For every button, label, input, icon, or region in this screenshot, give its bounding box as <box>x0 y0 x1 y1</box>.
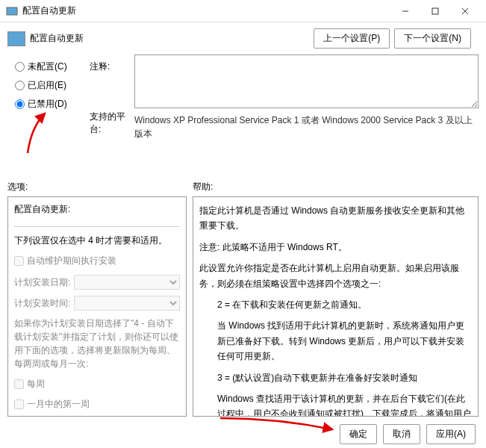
checkbox-first-week[interactable]: 一月中的第一周 <box>14 398 180 411</box>
help-panel: 指定此计算机是否通过 Windows 自动更新服务接收安全更新和其他重要下载。 … <box>193 196 479 417</box>
titlebar: 配置自动更新 <box>0 0 486 22</box>
radio-disabled-label: 已禁用(D) <box>28 98 67 111</box>
help-p6: 3 = (默认设置)自动下载更新并在准备好安装时通知 <box>199 370 472 385</box>
ok-button[interactable]: 确定 <box>340 424 377 444</box>
window-title: 配置自动更新 <box>22 4 390 17</box>
comment-textarea[interactable] <box>134 55 479 108</box>
checkbox-first-week-label: 一月中的第一周 <box>27 398 90 411</box>
radio-disabled[interactable]: 已禁用(D) <box>15 98 90 111</box>
checkbox-auto-maintenance-label: 自动维护期间执行安装 <box>27 255 116 267</box>
radio-enabled[interactable]: 已启用(E) <box>15 79 90 92</box>
comment-label: 注释: <box>90 60 134 73</box>
help-p3: 此设置允许你指定是否在此计算机上启用自动更新。如果启用该服务，则必须在组策略设置… <box>199 261 472 291</box>
checkbox-weekly[interactable]: 每周 <box>14 378 180 391</box>
svg-rect-0 <box>7 7 17 15</box>
help-p1: 指定此计算机是否通过 Windows 自动更新服务接收安全更新和其他重要下载。 <box>199 203 472 234</box>
radio-enabled-label: 已启用(E) <box>28 79 66 92</box>
install-day-label: 计划安装日期: <box>14 276 74 289</box>
policy-icon <box>7 31 25 46</box>
close-button[interactable] <box>450 1 480 22</box>
radio-not-configured[interactable]: 未配置(C) <box>15 60 90 73</box>
svg-rect-2 <box>432 8 438 14</box>
help-section-label: 帮助: <box>193 181 213 193</box>
divider <box>14 226 180 227</box>
apply-button[interactable]: 应用(A) <box>426 424 476 444</box>
help-p4: 2 = 在下载和安装任何更新之前通知。 <box>199 297 472 312</box>
help-p7: Windows 查找适用于该计算机的更新，并在后台下载它们(在此过程中，用户不会… <box>199 391 472 417</box>
options-section-label: 选项: <box>7 181 193 193</box>
prev-setting-button[interactable]: 上一个设置(P) <box>314 28 390 49</box>
platform-label: 支持的平台: <box>90 111 134 136</box>
options-panel: 配置自动更新: 下列设置仅在选中 4 时才需要和适用。 自动维护期间执行安装 计… <box>7 196 187 417</box>
install-time-label: 计划安装时间: <box>14 297 74 310</box>
subtitle-text: 配置自动更新 <box>30 32 84 45</box>
maximize-button[interactable] <box>420 1 450 22</box>
help-p5: 当 Windows 找到适用于此计算机的更新时，系统将通知用户更新已准备好下载。… <box>199 318 472 364</box>
install-time-select[interactable] <box>74 296 180 311</box>
checkbox-auto-maintenance[interactable]: 自动维护期间执行安装 <box>14 255 180 267</box>
app-icon <box>6 5 18 17</box>
platform-text: Windows XP Professional Service Pack 1 或… <box>134 113 479 140</box>
checkbox-weekly-label: 每周 <box>27 378 45 391</box>
schedule-paragraph: 如果你为计划安装日期选择了"4 - 自动下载计划安装"并指定了计划，则你还可以使… <box>14 317 180 370</box>
help-p2: 注意: 此策略不适用于 Windows RT。 <box>199 240 472 255</box>
options-heading: 配置自动更新: <box>14 203 180 216</box>
cancel-button[interactable]: 取消 <box>383 424 420 444</box>
minimize-button[interactable] <box>390 1 420 22</box>
options-note: 下列设置仅在选中 4 时才需要和适用。 <box>14 234 180 247</box>
next-setting-button[interactable]: 下一个设置(N) <box>394 28 471 49</box>
radio-not-configured-label: 未配置(C) <box>28 60 67 73</box>
install-day-select[interactable] <box>74 275 180 290</box>
